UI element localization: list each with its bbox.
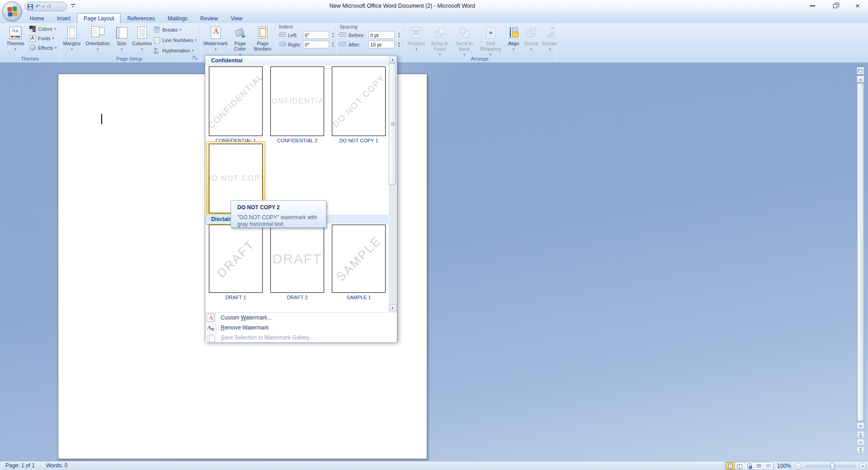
outline-view-icon	[756, 464, 761, 468]
remove-watermark-menu-item[interactable]: Remove Watermark	[205, 323, 397, 333]
scroll-up-button[interactable]: ▲	[857, 75, 864, 83]
customize-quick-access-button[interactable]: ▾	[70, 4, 76, 9]
ribbon-tab-bar: Home Insert Page Layout References Maili…	[0, 13, 868, 23]
split-handle[interactable]	[857, 64, 864, 66]
line-numbers-button[interactable]: Line Numbers ▾	[153, 36, 197, 44]
draft-view-button[interactable]	[764, 462, 773, 470]
tab-insert[interactable]: Insert	[51, 14, 77, 23]
theme-fonts-button[interactable]: Fonts ▾	[29, 34, 57, 42]
watermark-option-label: DRAFT 1	[209, 295, 263, 300]
hyphenation-button[interactable]: Hyphenation ▾	[153, 46, 197, 55]
tab-references[interactable]: References	[121, 14, 161, 23]
watermark-option-sample-1[interactable]: SAMPLE	[332, 225, 386, 293]
themes-button[interactable]: Themes ▾	[4, 24, 27, 52]
gallery-scroll-down-button[interactable]: ▼	[389, 305, 396, 311]
page-count-status[interactable]: Page: 1 of 1	[0, 461, 40, 470]
watermark-preview-text: DRAFT	[273, 251, 322, 267]
columns-icon	[134, 25, 150, 40]
theme-fonts-icon	[29, 35, 36, 42]
group-objects-icon	[524, 25, 539, 40]
bring-to-front-button: Bring to Front ▾	[428, 24, 452, 57]
breaks-button[interactable]: Breaks ▾	[153, 25, 197, 34]
page-color-icon	[232, 25, 248, 40]
scroll-down-button[interactable]: ▼	[857, 422, 864, 429]
close-button[interactable]: ×	[852, 2, 863, 9]
page-setup-dialog-launcher[interactable]: ↘	[192, 55, 198, 61]
tab-home[interactable]: Home	[24, 14, 51, 23]
spacing-before-input[interactable]	[368, 31, 395, 39]
zoom-slider-thumb[interactable]	[830, 463, 835, 470]
page-borders-button[interactable]: Page Borders	[251, 24, 274, 52]
spacing-after-icon	[340, 42, 347, 47]
theme-effects-button[interactable]: Effects ▾	[29, 43, 57, 52]
align-button[interactable]: ← Align ▾	[505, 24, 522, 57]
minimize-button[interactable]	[807, 2, 818, 9]
select-browse-object-button[interactable]: ●	[857, 439, 864, 446]
redo-icon: ↺	[46, 4, 51, 9]
next-page-button[interactable]: ▼▼	[857, 446, 864, 453]
word-count-status[interactable]: Words: 0	[41, 461, 73, 470]
scrollbar-track[interactable]	[857, 83, 864, 422]
undo-icon[interactable]: ↶	[35, 4, 40, 9]
tab-page-layout[interactable]: Page Layout	[77, 13, 121, 23]
spacing-after-spinner[interactable]: ▲▼	[396, 42, 401, 48]
save-icon[interactable]	[28, 4, 33, 9]
previous-page-button[interactable]: ▲▲	[857, 431, 864, 438]
full-screen-reading-view-button[interactable]	[735, 462, 745, 470]
zoom-out-button[interactable]: −	[795, 463, 802, 470]
spacing-before-spinner[interactable]: ▲▼	[396, 32, 401, 38]
tab-view[interactable]: View	[224, 14, 249, 23]
outline-view-button[interactable]	[754, 462, 764, 470]
size-button[interactable]: Size ▾	[113, 24, 131, 52]
gallery-scrollbar: ▲ ▼	[389, 56, 396, 311]
spacing-before-icon	[340, 33, 347, 38]
indent-right-input[interactable]	[303, 41, 329, 48]
watermark-option-confidential-2[interactable]: CONFIDENTIAL	[270, 66, 324, 136]
page-color-button[interactable]: Page Color ▾	[230, 24, 250, 57]
spacing-after-input[interactable]	[368, 41, 395, 48]
web-layout-view-button[interactable]	[745, 462, 754, 470]
tab-mailings[interactable]: Mailings	[161, 14, 194, 23]
watermark-option-draft-1[interactable]: DRAFT	[209, 225, 263, 293]
tab-review[interactable]: Review	[194, 14, 224, 23]
indent-left-input[interactable]	[303, 31, 329, 39]
margins-button[interactable]: Margins ▾	[61, 24, 83, 52]
themes-icon	[8, 25, 23, 40]
watermark-option-do-not-copy-1[interactable]: DO NOT COPY	[332, 66, 386, 136]
watermark-tooltip: DO NOT COPY 2 "DO NOT COPY" watermark wi…	[231, 200, 326, 228]
gallery-section-confidential: Confidential	[205, 56, 388, 66]
watermark-preview-text: DRAFT	[214, 237, 257, 280]
ruler-toggle-button[interactable]	[857, 67, 864, 75]
zoom-in-button[interactable]: +	[859, 463, 866, 470]
zoom-slider-track[interactable]	[805, 465, 856, 467]
rotate-icon	[542, 25, 557, 40]
watermark-option-confidential-1[interactable]: CONFIDENTIAL	[209, 66, 263, 136]
indent-left-spinner[interactable]: ▲▼	[331, 32, 335, 38]
theme-colors-button[interactable]: Colors ▾	[29, 24, 57, 33]
chevron-down-icon: ▾	[195, 38, 197, 42]
restore-button[interactable]	[829, 2, 841, 9]
zoom-level[interactable]: 100%	[777, 463, 791, 469]
watermark-button[interactable]: Watermark ▾	[203, 24, 229, 52]
scrollbar-thumb[interactable]	[857, 83, 864, 421]
watermark-option-label: DRAFT 2	[270, 295, 324, 300]
watermark-option-label: SAMPLE 1	[332, 295, 386, 300]
watermark-option-label: DO NOT COPY 1	[332, 138, 386, 143]
close-icon: ×	[856, 3, 860, 9]
print-layout-view-button[interactable]	[726, 462, 735, 470]
watermark-preview-text: CONFIDENTIAL	[270, 97, 324, 105]
paragraph-divider	[335, 25, 336, 56]
orientation-button[interactable]: Orientation ▾	[84, 24, 112, 52]
gallery-scrollbar-thumb[interactable]	[389, 63, 396, 184]
undo-dropdown-arrow-icon[interactable]: ▾	[42, 5, 44, 9]
view-shortcuts	[725, 462, 774, 470]
watermark-option-draft-2[interactable]: DRAFT	[270, 225, 324, 293]
chevron-down-icon: ▾	[55, 46, 57, 50]
custom-watermark-menu-item[interactable]: Custom Watermark...	[205, 313, 397, 323]
indent-right-spinner[interactable]: ▲▼	[331, 42, 335, 48]
columns-button[interactable]: Columns ▾	[132, 24, 152, 52]
window-title: New Microsoft Office Word Document (2) -…	[0, 3, 805, 9]
position-button: Position ▾	[406, 24, 427, 57]
gallery-scroll-up-button[interactable]: ▲	[389, 56, 396, 63]
office-button[interactable]	[2, 1, 22, 21]
